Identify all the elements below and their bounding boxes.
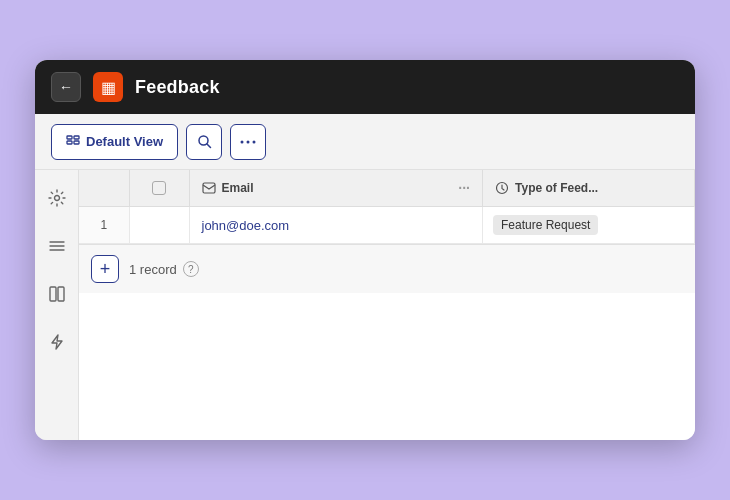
default-view-label: Default View — [86, 134, 163, 149]
more-button[interactable] — [230, 124, 266, 160]
content: Email ··· Type of Feed. — [35, 170, 695, 440]
svg-point-9 — [54, 196, 59, 201]
row-email: john@doe.com — [189, 207, 483, 244]
table-area: Email ··· Type of Feed. — [79, 170, 695, 440]
app-window: ← ▦ Feedback Default View — [35, 60, 695, 440]
app-icon: ▦ — [93, 72, 123, 102]
col-more-dots[interactable]: ··· — [458, 180, 470, 196]
header-title: Feedback — [135, 77, 220, 98]
email-col-label: Email — [222, 181, 254, 195]
grid-icon — [66, 135, 80, 149]
default-view-button[interactable]: Default View — [51, 124, 178, 160]
header: ← ▦ Feedback — [35, 60, 695, 114]
board-icon[interactable] — [43, 280, 71, 308]
row-num: 1 — [79, 207, 129, 244]
layers-icon[interactable] — [43, 232, 71, 260]
col-header-email[interactable]: Email ··· — [189, 170, 483, 207]
col-header-num — [79, 170, 129, 207]
lightning-icon[interactable] — [43, 328, 71, 356]
table-footer: + 1 record ? — [79, 244, 695, 293]
svg-rect-13 — [50, 287, 56, 301]
back-button[interactable]: ← — [51, 72, 81, 102]
svg-rect-3 — [74, 141, 79, 144]
svg-rect-1 — [67, 141, 72, 144]
search-button[interactable] — [186, 124, 222, 160]
clock-icon — [495, 181, 509, 195]
svg-point-6 — [241, 140, 244, 143]
type-col-label: Type of Feed... — [515, 181, 598, 195]
svg-line-5 — [207, 144, 211, 148]
col-header-type[interactable]: Type of Feed... — [483, 170, 695, 207]
row-type: Feature Request — [483, 207, 695, 244]
record-count: 1 record ? — [129, 261, 199, 277]
svg-rect-2 — [74, 136, 79, 139]
svg-rect-14 — [58, 287, 64, 301]
row-checkbox[interactable] — [129, 207, 189, 244]
record-count-text: 1 record — [129, 262, 177, 277]
svg-point-7 — [247, 140, 250, 143]
settings-icon[interactable] — [43, 184, 71, 212]
svg-point-8 — [253, 140, 256, 143]
svg-rect-0 — [67, 136, 72, 139]
toolbar: Default View — [35, 114, 695, 170]
data-table: Email ··· Type of Feed. — [79, 170, 695, 244]
sidebar — [35, 170, 79, 440]
ellipsis-icon — [240, 140, 256, 144]
table-row[interactable]: 1 john@doe.com Feature Request — [79, 207, 695, 244]
col-header-checkbox[interactable] — [129, 170, 189, 207]
type-badge: Feature Request — [493, 215, 598, 235]
table-header-row: Email ··· Type of Feed. — [79, 170, 695, 207]
email-icon — [202, 182, 216, 194]
svg-rect-15 — [203, 183, 215, 193]
search-icon — [197, 134, 212, 149]
add-row-button[interactable]: + — [91, 255, 119, 283]
help-icon[interactable]: ? — [183, 261, 199, 277]
